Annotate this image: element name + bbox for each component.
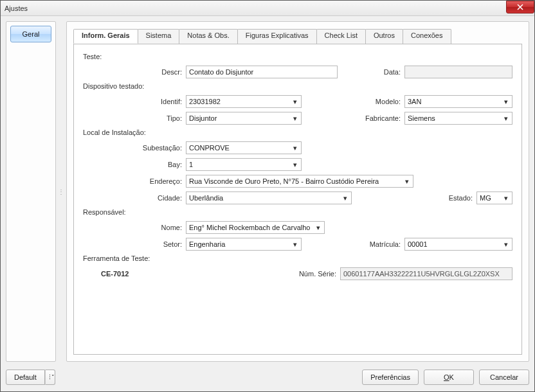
- input-descr[interactable]: [186, 66, 338, 78]
- chevron-down-icon: ⋮˅: [47, 374, 53, 380]
- combo-subestacao[interactable]: CONPROVE ▾: [186, 141, 302, 154]
- label-cidade: Cidade:: [87, 194, 182, 202]
- combo-nome[interactable]: Eng° Michel Rockembach de Carvalho ▾: [186, 221, 325, 234]
- body: Geral ⋮ Inform. Gerais Sistema Notas & O…: [1, 16, 534, 367]
- combo-bay[interactable]: 1 ▾: [186, 158, 302, 171]
- tab-conexoes[interactable]: Conexões: [403, 29, 451, 44]
- tab-content: Teste: Descr: Data: Dispositivo testado:…: [73, 44, 522, 355]
- label-tipo: Tipo:: [87, 114, 182, 122]
- label-endereco: Endereço:: [87, 177, 182, 185]
- input-data: [404, 66, 512, 78]
- splitter-dots: ⋮: [58, 188, 64, 195]
- sidebar-item-geral[interactable]: Geral: [10, 26, 51, 42]
- chevron-down-icon: ▾: [291, 240, 300, 249]
- footer: Default ⋮˅ Preferências OK Cancelar: [1, 367, 534, 391]
- tab-outros[interactable]: Outros: [365, 29, 403, 44]
- chevron-down-icon: ▾: [291, 114, 300, 123]
- tab-inform-gerais[interactable]: Inform. Gerais: [73, 29, 138, 44]
- chevron-down-icon: ▾: [291, 144, 300, 152]
- default-dropdown[interactable]: ⋮˅: [45, 370, 55, 385]
- combo-identif[interactable]: 23031982 ▾: [186, 95, 302, 108]
- combo-estado[interactable]: MG ▾: [476, 192, 512, 204]
- chevron-down-icon: ▾: [502, 240, 511, 249]
- tab-sistema[interactable]: Sistema: [138, 29, 180, 44]
- tab-checklist[interactable]: Check List: [316, 29, 366, 44]
- close-button[interactable]: [506, 1, 534, 13]
- combo-modelo[interactable]: 3AN ▾: [404, 95, 512, 108]
- chevron-down-icon: ▾: [291, 161, 300, 169]
- combo-setor[interactable]: Engenharia ▾: [186, 238, 302, 251]
- label-matricula: Matrícula:: [345, 240, 401, 248]
- tool-name: CE-7012: [87, 270, 138, 278]
- label-descr: Descr:: [87, 68, 182, 76]
- label-data: Data:: [345, 68, 401, 76]
- chevron-down-icon: ▾: [403, 177, 412, 186]
- chevron-down-icon: ▾: [502, 114, 511, 123]
- chevron-down-icon: ▾: [314, 224, 323, 232]
- ok-button[interactable]: OK: [424, 370, 474, 385]
- label-fabricante: Fabricante:: [345, 114, 401, 122]
- combo-cidade[interactable]: Uberlândia ▾: [186, 192, 352, 204]
- chevron-down-icon: ▾: [341, 194, 350, 202]
- combo-matricula[interactable]: 00001 ▾: [404, 238, 512, 251]
- combo-tipo[interactable]: Disjuntor ▾: [186, 112, 302, 125]
- chevron-down-icon: ▾: [502, 194, 511, 202]
- chevron-down-icon: ▾: [502, 98, 511, 106]
- tab-figuras[interactable]: Figuras Explicativas: [237, 29, 317, 44]
- label-subestacao: Subestação:: [87, 144, 182, 152]
- splitter[interactable]: ⋮: [60, 21, 62, 362]
- window: Ajustes Geral ⋮ Inform. Gerais Sistema N…: [0, 0, 535, 392]
- sidebar: Geral: [6, 21, 56, 362]
- window-title: Ajustes: [3, 4, 28, 12]
- label-modelo: Modelo:: [345, 98, 401, 105]
- label-identif: Identif:: [87, 98, 182, 105]
- chevron-down-icon: ▾: [291, 98, 300, 106]
- label-estado: Estado:: [438, 194, 473, 202]
- label-setor: Setor:: [87, 240, 182, 248]
- close-icon: [517, 4, 523, 10]
- group-teste: Teste:: [83, 53, 512, 60]
- label-bay: Bay:: [87, 161, 182, 168]
- cancelar-button[interactable]: Cancelar: [479, 370, 529, 385]
- tab-strip: Inform. Gerais Sistema Notas & Obs. Figu…: [73, 29, 522, 44]
- group-responsavel: Responsável:: [83, 208, 512, 216]
- input-numserie: [340, 267, 512, 280]
- group-local: Local de Instalação:: [83, 129, 512, 136]
- label-numserie: Núm. Série:: [291, 270, 336, 278]
- titlebar: Ajustes: [1, 1, 534, 16]
- default-button[interactable]: Default: [6, 370, 45, 385]
- group-dispositivo: Dispositivo testado:: [83, 82, 512, 90]
- main-panel: Inform. Gerais Sistema Notas & Obs. Figu…: [66, 21, 529, 362]
- label-nome: Nome:: [87, 224, 182, 231]
- combo-fabricante[interactable]: Siemens ▾: [404, 112, 512, 125]
- default-split-button: Default ⋮˅: [6, 370, 55, 385]
- tab-notas[interactable]: Notas & Obs.: [179, 29, 237, 44]
- combo-endereco[interactable]: Rua Visconde de Ouro Preto, N°75 - Bairr…: [186, 175, 413, 188]
- group-ferramenta: Ferramenta de Teste:: [83, 254, 512, 262]
- preferencias-button[interactable]: Preferências: [362, 370, 419, 385]
